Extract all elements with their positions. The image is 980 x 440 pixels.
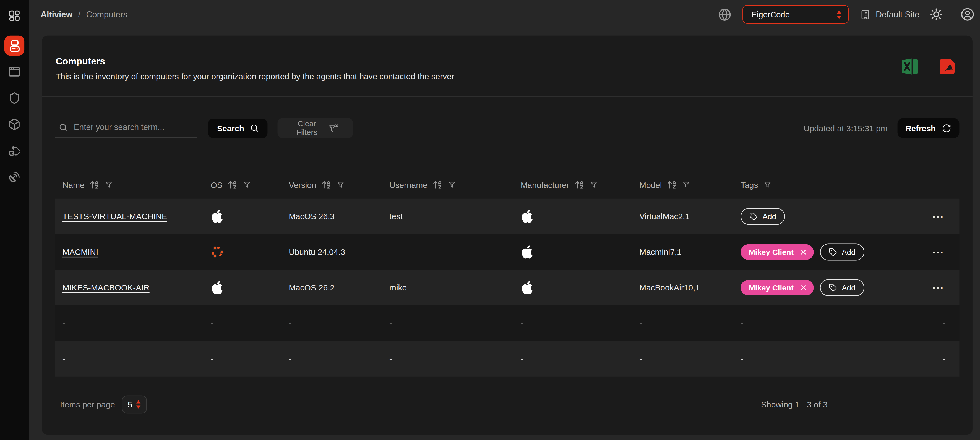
empty-value: - [211, 354, 213, 364]
cell-actions: ⋯ [916, 246, 952, 258]
cell-name: - [62, 354, 211, 364]
column-header-tags: Tags [741, 180, 916, 190]
sidebar-items [5, 36, 24, 193]
toolbar: Search Clear Filters Updated at 3:15:31 … [55, 118, 959, 138]
layout-dashboard-icon[interactable] [8, 10, 21, 22]
column-header-username: Username [389, 180, 521, 190]
card-body: Search Clear Filters Updated at 3:15:31 … [42, 97, 972, 435]
apple-icon [521, 245, 534, 259]
filter-funnel-icon [589, 181, 598, 189]
sidebar-item-security[interactable] [5, 88, 24, 108]
table-row: MACMINIUbuntu 24.04.3Macmini7,1Mikey Cli… [55, 234, 959, 270]
theme-toggle-sun-icon[interactable] [929, 8, 943, 21]
table-row: TESTS-VIRTUAL-MACHINEMacOS 26.3testVirtu… [55, 199, 959, 234]
sidebar-item-remote[interactable] [5, 167, 24, 187]
user-avatar-icon[interactable] [961, 8, 974, 21]
remove-tag-icon[interactable] [800, 284, 807, 291]
empty-value: - [389, 319, 392, 328]
add-tag-button[interactable]: Add [820, 243, 864, 261]
row-menu-button[interactable]: ⋯ [931, 211, 945, 222]
add-tag-label: Add [842, 248, 855, 256]
column-header-manufacturer: Manufacturer [521, 180, 640, 190]
export-excel-icon[interactable] [900, 56, 921, 77]
select-updown-icon [837, 10, 842, 19]
app-root: Altiview / Computers EigerCode Default S… [0, 0, 980, 440]
search-button-icon [250, 124, 259, 133]
cell-version: MacOS 26.2 [289, 283, 389, 292]
refresh-button[interactable]: Refresh [897, 118, 959, 138]
tag-label: Mikey Client [749, 283, 794, 292]
main-area: Altiview / Computers EigerCode Default S… [29, 0, 980, 440]
breadcrumb: Altiview / Computers [41, 10, 127, 19]
add-tag-label: Add [762, 212, 776, 221]
clear-filters-button[interactable]: Clear Filters [278, 118, 353, 138]
sort-az-icon [574, 180, 584, 190]
empty-value: - [289, 319, 291, 328]
column-header-name: Name [62, 180, 211, 190]
cell-model: - [640, 319, 741, 328]
cell-username: - [389, 354, 521, 364]
cell-tags: Mikey ClientAdd [741, 279, 916, 296]
remove-tag-icon[interactable] [800, 249, 807, 256]
computer-name-link[interactable]: MIKES-MACBOOK-AIR [62, 283, 150, 292]
sync-box-icon [8, 144, 21, 157]
empty-value: - [521, 354, 523, 364]
funnel-x-icon [328, 123, 339, 133]
column-label: Name [62, 180, 84, 190]
tag-icon [749, 212, 757, 220]
cell-tags: - [741, 354, 916, 364]
add-tag-button[interactable]: Add [741, 208, 785, 225]
sort-az-icon [667, 180, 677, 190]
organization-select-value: EigerCode [751, 10, 836, 19]
computer-name-link[interactable]: MACMINI [62, 247, 98, 257]
empty-value: - [640, 319, 642, 328]
cell-tags: - [741, 319, 916, 328]
table-row: -------- [55, 341, 959, 377]
search-button[interactable]: Search [208, 118, 268, 138]
export-pdf-icon[interactable] [937, 56, 958, 77]
column-label: Version [289, 180, 316, 190]
column-label: OS [211, 180, 223, 190]
empty-value: - [211, 319, 213, 328]
search-input[interactable] [74, 122, 194, 132]
items-per-page-label: Items per page [60, 399, 115, 409]
tags-cell: Mikey ClientAdd [741, 243, 864, 261]
cell-model: MacBookAir10,1 [640, 283, 741, 292]
globe-icon[interactable] [718, 8, 731, 21]
sidebar-item-computers[interactable] [5, 36, 24, 56]
cell-name: TESTS-VIRTUAL-MACHINE [62, 212, 211, 221]
showing-range-text: Showing 1 - 3 of 3 [761, 399, 827, 409]
row-menu-button[interactable]: ⋯ [931, 282, 945, 294]
add-tag-button[interactable]: Add [820, 279, 864, 296]
computers-card: Computers This is the inventory of compu… [42, 36, 972, 435]
updated-at-text: Updated at 3:15:31 pm [803, 123, 888, 133]
tag-chip: Mikey Client [741, 244, 813, 260]
items-per-page-select[interactable]: 5 [122, 395, 147, 413]
breadcrumb-app[interactable]: Altiview [41, 10, 72, 19]
organization-select[interactable]: EigerCode [743, 5, 849, 24]
computer-icon [8, 39, 21, 52]
sidebar-item-packages[interactable] [5, 114, 24, 134]
breadcrumb-page: Computers [86, 10, 127, 19]
cell-username: mike [389, 283, 521, 292]
cell-version: Ubuntu 24.04.3 [289, 247, 389, 257]
cell-version: MacOS 26.3 [289, 212, 389, 221]
column-header-version: Version [289, 180, 389, 190]
table-footer: Items per page 5 Showing 1 - 3 of 3 [55, 391, 959, 417]
filter-funnel-icon [682, 181, 691, 189]
sort-az-icon [321, 180, 331, 190]
cell-os [211, 245, 289, 259]
cell-username: test [389, 212, 521, 221]
table-row: MIKES-MACBOOK-AIRMacOS 26.2mikeMacBookAi… [55, 270, 959, 305]
card-header-text: Computers This is the inventory of compu… [56, 52, 454, 81]
sidebar-item-applications[interactable] [5, 62, 24, 82]
column-label: Tags [741, 180, 758, 190]
cell-manufacturer [521, 210, 640, 223]
cell-version: - [289, 319, 389, 328]
apple-icon [211, 281, 224, 294]
computer-name-link[interactable]: TESTS-VIRTUAL-MACHINE [62, 212, 167, 221]
cell-model: VirtualMac2,1 [640, 212, 741, 221]
cell-os: - [211, 319, 289, 328]
row-menu-button[interactable]: ⋯ [931, 246, 945, 258]
sidebar-item-deployments[interactable] [5, 141, 24, 160]
